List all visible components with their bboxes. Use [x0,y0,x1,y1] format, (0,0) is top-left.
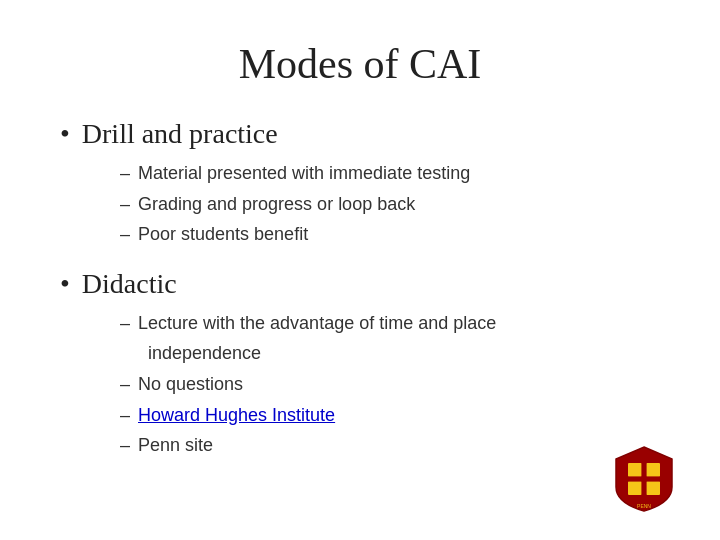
dash-icon: – [120,219,130,250]
svg-rect-1 [646,463,660,477]
bullet-didactic: • Didactic [60,268,660,300]
section-drill: • Drill and practice – Material presente… [60,118,660,250]
bullet-dot-didactic: • [60,268,70,300]
list-item: – Penn site [120,430,660,461]
dash-icon: – [120,400,130,431]
penn-logo: PENN [608,443,680,515]
sub-bullets-drill: – Material presented with immediate test… [120,158,660,250]
list-item: – Howard Hughes Institute [120,400,660,431]
list-item: – No questions [120,369,660,400]
svg-rect-2 [628,481,642,495]
didactic-item-1: Lecture with the advantage of time and p… [138,308,496,369]
list-item: – Grading and progress or loop back [120,189,660,220]
slide-title: Modes of CAI [60,40,660,88]
svg-text:PENN: PENN [637,503,651,509]
didactic-item-2: No questions [138,369,243,400]
list-item: – Lecture with the advantage of time and… [120,308,660,369]
list-item: – Poor students benefit [120,219,660,250]
dash-icon: – [120,308,130,339]
drill-item-2: Grading and progress or loop back [138,189,415,220]
bullet-drill: • Drill and practice [60,118,660,150]
dash-icon: – [120,158,130,189]
dash-icon: – [120,369,130,400]
howard-hughes-link[interactable]: Howard Hughes Institute [138,400,335,431]
svg-rect-0 [628,463,642,477]
bullet-dot-drill: • [60,118,70,150]
svg-rect-3 [646,481,660,495]
drill-item-1: Material presented with immediate testin… [138,158,470,189]
bullet-drill-label: Drill and practice [82,118,278,150]
dash-icon: – [120,430,130,461]
sub-bullets-didactic: – Lecture with the advantage of time and… [120,308,660,461]
didactic-item-4: Penn site [138,430,213,461]
slide: Modes of CAI • Drill and practice – Mate… [0,0,720,540]
drill-item-3: Poor students benefit [138,219,308,250]
svg-rect-5 [622,476,666,482]
section-didactic: • Didactic – Lecture with the advantage … [60,268,660,461]
bullet-didactic-label: Didactic [82,268,177,300]
dash-icon: – [120,189,130,220]
list-item: – Material presented with immediate test… [120,158,660,189]
